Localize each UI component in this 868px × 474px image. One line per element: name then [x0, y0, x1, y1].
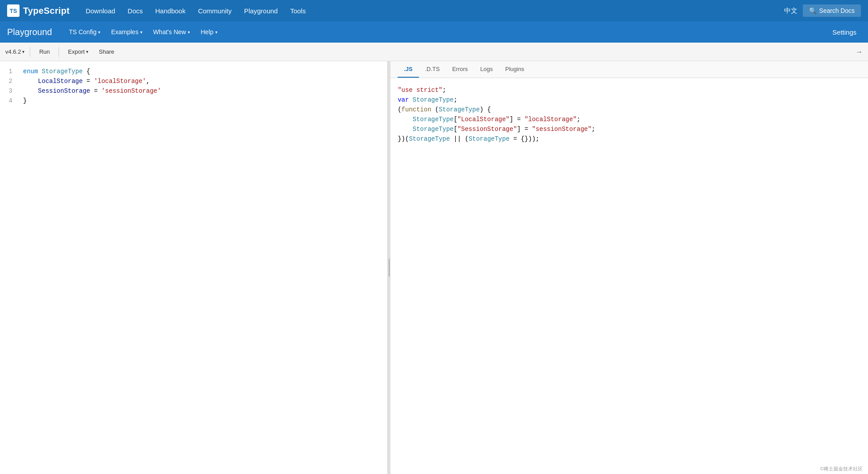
line-number-2: 2 [5, 76, 12, 86]
code-line-3: SessionStorage = 'sessionStorage' [23, 86, 382, 96]
nav-download[interactable]: Download [80, 4, 121, 17]
second-nav-links: TS Config ▾ Examples ▾ What's New ▾ Help… [64, 26, 828, 38]
tab-dts[interactable]: .D.TS [419, 61, 446, 78]
code-content[interactable]: enum StorageType { LocalStorage = 'local… [18, 67, 387, 106]
code-editor-panel[interactable]: 1 2 3 4 enum StorageType { LocalStorage … [0, 61, 388, 474]
code-line-4: } [23, 96, 382, 106]
output-tabs: .JS .D.TS Errors Logs Plugins [391, 61, 868, 78]
divider-handle [389, 259, 390, 276]
line-numbers: 1 2 3 4 [0, 67, 18, 106]
help-chevron-icon: ▾ [215, 30, 217, 35]
ts-logo-icon: TS [7, 4, 20, 17]
logo-text: TypeScript [23, 6, 70, 16]
output-content: "use strict"; var StorageType; (function… [391, 78, 868, 474]
output-line-4: StorageType["LocalStorage"] = "localStor… [398, 115, 861, 124]
nav-right: 中文 🔍 Search Docs [784, 4, 861, 17]
top-nav-links: Download Docs Handbook Community Playgro… [80, 4, 784, 17]
output-panel: .JS .D.TS Errors Logs Plugins "use stric… [391, 61, 868, 474]
footer-text: ©稀土掘金技术社区 [820, 466, 863, 471]
export-label: Export [68, 48, 85, 55]
line-number-1: 1 [5, 67, 12, 76]
expand-button[interactable]: → [856, 48, 863, 56]
second-navigation: Playground TS Config ▾ Examples ▾ What's… [0, 21, 868, 43]
editor-toolbar: v4.6.2 ▾ Run Export ▾ Share → [0, 43, 868, 61]
share-button[interactable]: Share [95, 47, 118, 57]
nav-docs[interactable]: Docs [122, 4, 148, 17]
whatsnew-chevron-icon: ▾ [188, 30, 190, 35]
toolbar-separator-1 [30, 47, 30, 57]
footer: ©稀土掘金技术社区 [815, 464, 868, 474]
nav-handbook[interactable]: Handbook [150, 4, 191, 17]
nav-community[interactable]: Community [193, 4, 237, 17]
line-number-3: 3 [5, 86, 12, 96]
tab-js[interactable]: .JS [398, 61, 419, 78]
code-line-2: LocalStorage = 'localStorage', [23, 76, 382, 86]
line-number-4: 4 [5, 96, 12, 106]
output-line-3: (function (StorageType) { [398, 105, 861, 115]
search-icon: 🔍 [809, 7, 817, 14]
tsconfig-label: TS Config [69, 28, 96, 36]
search-button[interactable]: 🔍 Search Docs [803, 4, 861, 17]
main-content: 1 2 3 4 enum StorageType { LocalStorage … [0, 61, 868, 474]
examples-menu[interactable]: Examples ▾ [107, 26, 146, 38]
panel-divider[interactable] [388, 61, 391, 474]
examples-label: Examples [111, 28, 138, 36]
nav-tools[interactable]: Tools [285, 4, 311, 17]
whatsnew-menu[interactable]: What's New ▾ [149, 26, 194, 38]
tsconfig-menu[interactable]: TS Config ▾ [64, 26, 105, 38]
version-label: v4.6.2 [5, 48, 21, 55]
search-label: Search Docs [819, 7, 855, 14]
toolbar-separator-2 [59, 47, 59, 57]
tab-errors[interactable]: Errors [446, 61, 474, 78]
language-switch[interactable]: 中文 [784, 7, 797, 15]
export-chevron-icon: ▾ [86, 49, 88, 54]
top-navigation: TS TypeScript Download Docs Handbook Com… [0, 0, 868, 21]
examples-chevron-icon: ▾ [140, 30, 142, 35]
export-button[interactable]: Export ▾ [64, 47, 92, 57]
logo-area[interactable]: TS TypeScript [7, 4, 70, 17]
tsconfig-chevron-icon: ▾ [98, 30, 100, 35]
output-line-6: })(StorageType || (StorageType = {})); [398, 134, 861, 144]
share-label: Share [99, 48, 114, 55]
output-line-1: "use strict"; [398, 85, 861, 95]
version-selector[interactable]: v4.6.2 ▾ [5, 48, 24, 55]
version-chevron-icon: ▾ [22, 49, 24, 54]
run-button[interactable]: Run [36, 47, 53, 57]
code-area: 1 2 3 4 enum StorageType { LocalStorage … [0, 61, 387, 111]
whatsnew-label: What's New [153, 28, 186, 36]
settings-button[interactable]: Settings [828, 26, 861, 39]
tab-logs[interactable]: Logs [474, 61, 499, 78]
help-menu[interactable]: Help ▾ [196, 26, 222, 38]
output-line-5: StorageType["SessionStorage"] = "session… [398, 124, 861, 134]
help-label: Help [201, 28, 213, 36]
tab-plugins[interactable]: Plugins [499, 61, 531, 78]
output-line-2: var StorageType; [398, 95, 861, 105]
nav-playground[interactable]: Playground [239, 4, 283, 17]
code-line-1: enum StorageType { [23, 67, 382, 76]
playground-title: Playground [7, 27, 52, 37]
